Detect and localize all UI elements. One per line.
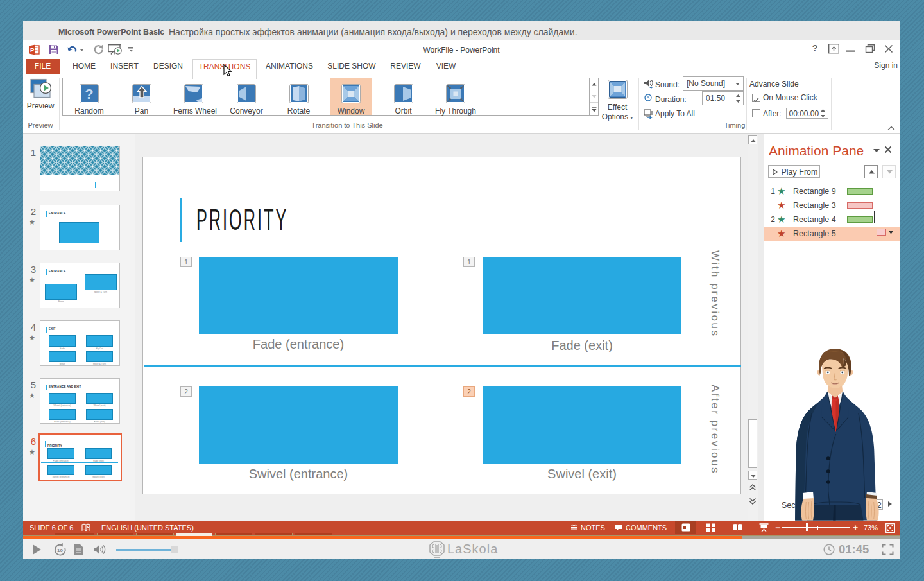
svg-text:P: P — [30, 46, 35, 53]
svg-text:10: 10 — [57, 547, 63, 553]
svg-text:?: ? — [85, 86, 93, 102]
